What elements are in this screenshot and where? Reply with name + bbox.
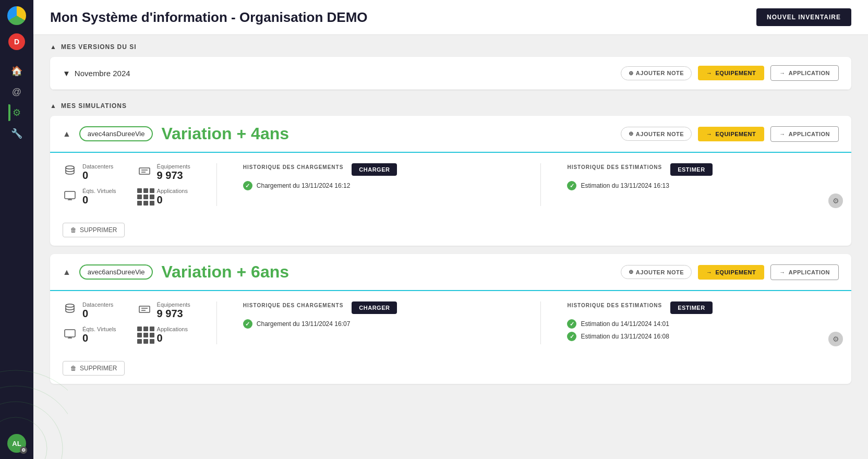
simulation-card-4ans: ▲ avec4ansDureeVie Variation + 4ans ⊕ AJ… — [50, 116, 851, 246]
version-add-note-button[interactable]: ⊕ AJOUTER NOTE — [621, 66, 692, 80]
gear-button-4ans[interactable]: ⚙ — [828, 194, 843, 208]
sidebar-icon-at[interactable]: @ — [8, 83, 25, 100]
charger-button-4ans[interactable]: CHARGER — [352, 163, 397, 176]
version-card-actions: ⊕ AJOUTER NOTE → EQUIPEMENT → APPLICATIO… — [621, 65, 839, 81]
sim-4ans-equipement-button[interactable]: → EQUIPEMENT — [698, 127, 764, 141]
sim-6ans-datacenters: Datacenters 0 — [63, 301, 116, 320]
equipements-label-6: Équipements — [157, 301, 190, 308]
page-header: Mon Système d'information - Organisation… — [33, 0, 868, 35]
check-icon-6ans-charge-0 — [243, 319, 252, 329]
estimation-text-6ans-1: Estimation du 13/11/2024 16:08 — [581, 333, 669, 340]
chargements-title: HISTORIQUE DES CHARGEMENTS — [243, 164, 344, 170]
trash-icon-6ans: 🗑 — [70, 365, 77, 372]
new-inventory-button[interactable]: NOUVEL INVENTAIRE — [756, 8, 851, 26]
versions-section-header[interactable]: ▲ MES VERSIONS DU SI — [50, 43, 851, 51]
sim-6ans-estimations: HISTORIQUE DES ESTIMATIONS ESTIMER Estim… — [567, 301, 839, 344]
plus-icon: ⊕ — [629, 70, 634, 77]
supprimer-label-4ans: SUPPRIMER — [80, 226, 117, 234]
app-logo[interactable] — [7, 6, 26, 25]
arrow-right-icon: → — [706, 70, 713, 76]
supprimer-label-6ans: SUPPRIMER — [80, 365, 117, 372]
equipement-label-6: EQUIPEMENT — [716, 269, 756, 275]
version-chevron-icon[interactable]: ▼ — [63, 69, 70, 78]
equipements-value-6: 9 973 — [157, 308, 190, 320]
svg-point-4 — [66, 166, 74, 169]
estimations-title: HISTORIQUE DES ESTIMATIONS — [567, 164, 662, 170]
supprimer-button-4ans[interactable]: 🗑 SUPPRIMER — [63, 223, 125, 237]
arrow-right-icon-4: → — [779, 131, 786, 137]
sidebar-icon-home[interactable]: 🏠 — [8, 63, 25, 79]
estimer-button-6ans[interactable]: ESTIMER — [670, 301, 712, 314]
sim-6ans-equipement-button[interactable]: → EQUIPEMENT — [698, 265, 764, 280]
supprimer-button-6ans[interactable]: 🗑 SUPPRIMER — [63, 361, 125, 376]
datacenters-label: Datacenters — [82, 163, 113, 170]
eqts-virtuels-icon-6 — [63, 328, 77, 343]
add-note-label-3: AJOUTER NOTE — [636, 131, 684, 137]
sidebar-avatar[interactable]: D — [8, 33, 25, 50]
sim-4ans-eq-apps: Équipements 9 973 — [137, 163, 190, 206]
sim-4ans-collapse-icon[interactable]: ▲ — [63, 129, 71, 139]
eqts-virtuels-info-6: Éqts. Virtuels 0 — [82, 326, 116, 344]
sim-6ans-add-note-button[interactable]: ⊕ AJOUTER NOTE — [621, 265, 692, 279]
sim-6ans-eqts-virtuels: Éqts. Virtuels 0 — [63, 326, 116, 344]
arrow-right-icon-6: → — [706, 269, 713, 275]
sim-4ans-stats: Datacenters 0 — [63, 163, 116, 206]
equipements-info: Équipements 9 973 — [157, 163, 190, 182]
sim-4ans-supprimer-row: 🗑 SUPPRIMER — [50, 223, 851, 246]
chargement-text-4ans-0: Chargement du 13/11/2024 16:12 — [257, 182, 350, 189]
sim-4ans-add-note-button[interactable]: ⊕ AJOUTER NOTE — [621, 127, 692, 141]
sim-6ans-left: ▲ avec6ansDureeVie Variation + 6ans — [63, 262, 289, 282]
check-icon-6ans-est-1 — [567, 332, 576, 341]
gear-button-6ans[interactable]: ⚙ — [828, 332, 843, 346]
sim-6ans-application-button[interactable]: → APPLICATION — [770, 264, 839, 280]
chargement-text-6ans-0: Chargement du 13/11/2024 16:07 — [257, 320, 350, 328]
datacenters-info: Datacenters 0 — [82, 163, 113, 182]
sim-4ans-left: ▲ avec4ansDureeVie Variation + 4ans — [63, 124, 289, 143]
sim-6ans-collapse-icon[interactable]: ▲ — [63, 268, 71, 277]
page-title: Mon Système d'information - Organisation… — [50, 9, 368, 26]
arrow-right-icon-2: → — [779, 70, 786, 76]
sim-4ans-estimations: HISTORIQUE DES ESTIMATIONS ESTIMER Estim… — [567, 163, 839, 194]
user-avatar[interactable]: AL ⚙ — [7, 434, 26, 453]
datacenter-icon-6 — [63, 303, 77, 318]
eqts-virtuels-label-6: Éqts. Virtuels — [82, 326, 116, 332]
version-card-header: ▼ Novembre 2024 ⊕ AJOUTER NOTE → EQUIPEM… — [50, 57, 851, 90]
sidebar-icon-settings-active[interactable]: ⚙ — [8, 104, 25, 121]
equipement-label: EQUIPEMENT — [716, 70, 756, 76]
estimation-text-4ans-0: Estimation du 13/11/2024 16:13 — [581, 182, 669, 189]
simulations-section: ▲ MES SIMULATIONS ▲ avec4ansDureeVie Var… — [50, 102, 851, 384]
sim-6ans-stats: Datacenters 0 — [63, 301, 116, 344]
version-equipement-button[interactable]: → EQUIPEMENT — [698, 66, 764, 80]
sim-6ans-body: Datacenters 0 — [50, 291, 851, 355]
simulations-section-header[interactable]: ▲ MES SIMULATIONS — [50, 102, 851, 110]
estimation-item-4ans-0: Estimation du 13/11/2024 16:13 — [567, 181, 839, 190]
chargements-title-6: HISTORIQUE DES CHARGEMENTS — [243, 303, 344, 308]
apps-grid-icon — [137, 188, 149, 206]
sim-4ans-badge: avec4ansDureeVie — [79, 126, 153, 141]
applications-value-6: 0 — [157, 332, 188, 344]
add-note-label-6: AJOUTER NOTE — [636, 269, 684, 275]
svg-rect-6 — [139, 168, 150, 174]
charger-button-6ans[interactable]: CHARGER — [352, 301, 397, 314]
check-icon-6ans-est-0 — [567, 319, 576, 329]
check-icon-4ans-est-0 — [567, 181, 576, 190]
divider-4 — [540, 301, 541, 344]
eqts-virtuels-label: Éqts. Virtuels — [82, 188, 116, 194]
svg-point-7 — [66, 304, 74, 307]
estimer-button-4ans[interactable]: ESTIMER — [670, 163, 712, 176]
sim-6ans-badge: avec6ansDureeVie — [79, 264, 153, 280]
version-card-novembre: ▼ Novembre 2024 ⊕ AJOUTER NOTE → EQUIPEM… — [50, 57, 851, 90]
sidebar-icon-wrench[interactable]: 🔧 — [8, 125, 25, 142]
sim-6ans-applications: Applications 0 — [137, 326, 190, 344]
svg-rect-9 — [139, 306, 150, 312]
simulation-card-6ans: ▲ avec6ansDureeVie Variation + 6ans ⊕ AJ… — [50, 254, 851, 384]
version-application-button[interactable]: → APPLICATION — [770, 65, 839, 81]
eqts-virtuels-icon — [63, 189, 77, 204]
application-label-6: APPLICATION — [789, 269, 830, 275]
sim-4ans-application-button[interactable]: → APPLICATION — [770, 126, 839, 142]
sidebar: D 🏠 @ ⚙ 🔧 AL ⚙ — [0, 0, 33, 459]
applications-label-6: Applications — [157, 326, 188, 332]
chargement-item-6ans-0: Chargement du 13/11/2024 16:07 — [243, 319, 515, 329]
application-label: APPLICATION — [789, 70, 830, 76]
add-note-label: AJOUTER NOTE — [636, 70, 684, 76]
